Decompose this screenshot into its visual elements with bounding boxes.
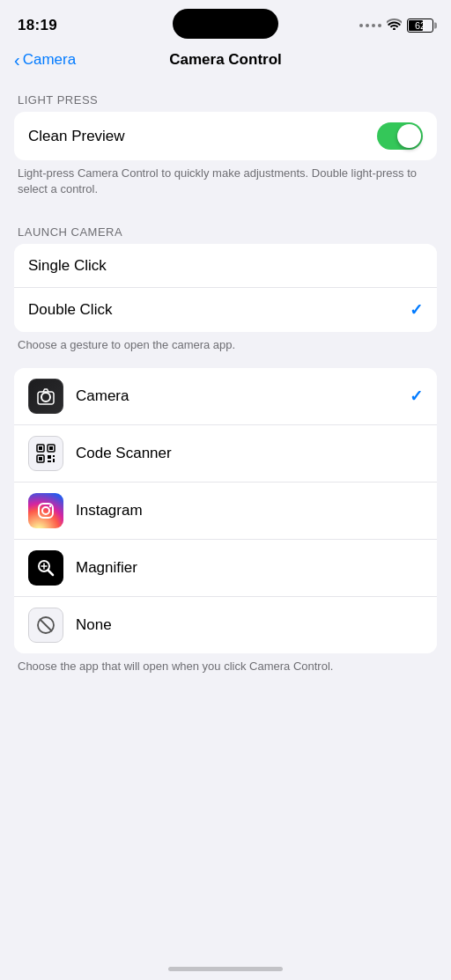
- camera-checkmark: ✓: [410, 387, 423, 406]
- svg-rect-5: [49, 446, 53, 450]
- app-list-helper: Choose the app that will open when you c…: [0, 653, 451, 689]
- light-press-section-label: LIGHT PRESS: [0, 79, 451, 112]
- svg-point-14: [49, 505, 51, 506]
- svg-line-20: [41, 619, 52, 630]
- page-title: Camera Control: [169, 51, 282, 69]
- wifi-icon: [387, 18, 402, 33]
- toggle-knob: [397, 124, 421, 148]
- svg-rect-7: [39, 457, 42, 461]
- nav-bar: ‹ Camera Camera Control: [0, 44, 451, 79]
- clean-preview-row: Clean Preview: [14, 112, 437, 160]
- status-icons: 62: [359, 18, 433, 33]
- light-press-card: Clean Preview: [14, 112, 437, 160]
- double-click-row[interactable]: Double Click ✓: [14, 288, 437, 332]
- light-press-helper: Light-press Camera Control to quickly ma…: [0, 160, 451, 211]
- app-row-inner: Camera: [28, 379, 129, 414]
- battery-icon: 62: [407, 18, 433, 33]
- svg-rect-3: [39, 446, 42, 450]
- app-row-inner: None: [28, 608, 112, 643]
- launch-camera-section-label: LAUNCH CAMERA: [0, 211, 451, 244]
- app-row-inner: Magnifier: [28, 550, 137, 586]
- single-click-row[interactable]: Single Click: [14, 244, 437, 288]
- clean-preview-toggle[interactable]: [377, 122, 423, 150]
- svg-rect-10: [48, 461, 51, 462]
- back-button[interactable]: ‹ Camera: [14, 51, 76, 69]
- app-row-magnifier[interactable]: Magnifier: [14, 540, 437, 597]
- svg-rect-11: [53, 459, 55, 462]
- launch-camera-card: Single Click Double Click ✓: [14, 244, 437, 332]
- app-row-inner: Instagram: [28, 493, 143, 528]
- none-label: None: [76, 616, 112, 634]
- status-time: 18:19: [18, 17, 57, 34]
- code-scanner-icon: [28, 436, 63, 471]
- app-row-none[interactable]: None: [14, 597, 437, 653]
- home-indicator: [168, 967, 283, 971]
- magnifier-icon: [28, 550, 63, 586]
- app-list-card: Camera ✓ Code Scanner: [14, 368, 437, 653]
- status-bar: 18:19 62: [0, 0, 451, 44]
- chevron-left-icon: ‹: [14, 51, 20, 69]
- camera-app-icon: [28, 379, 63, 414]
- signal-icon: [359, 24, 381, 27]
- svg-rect-9: [53, 455, 55, 457]
- svg-point-13: [42, 507, 49, 514]
- camera-app-label: Camera: [76, 387, 129, 405]
- app-row-camera[interactable]: Camera ✓: [14, 368, 437, 425]
- app-row-code-scanner[interactable]: Code Scanner: [14, 425, 437, 483]
- svg-line-16: [48, 570, 54, 575]
- code-scanner-label: Code Scanner: [76, 445, 172, 462]
- app-row-inner: Code Scanner: [28, 436, 172, 471]
- svg-point-0: [41, 393, 50, 402]
- instagram-label: Instagram: [76, 502, 143, 519]
- instagram-icon: [28, 493, 63, 528]
- double-click-label: Double Click: [28, 301, 112, 319]
- back-label: Camera: [23, 51, 76, 69]
- none-icon: [28, 608, 63, 643]
- svg-rect-8: [48, 455, 51, 459]
- single-click-label: Single Click: [28, 257, 107, 275]
- clean-preview-label: Clean Preview: [28, 128, 125, 145]
- magnifier-label: Magnifier: [76, 559, 137, 577]
- app-row-instagram[interactable]: Instagram: [14, 483, 437, 540]
- launch-camera-helper: Choose a gesture to open the camera app.: [0, 332, 451, 367]
- double-click-checkmark: ✓: [410, 300, 423, 320]
- dynamic-island: [173, 9, 278, 39]
